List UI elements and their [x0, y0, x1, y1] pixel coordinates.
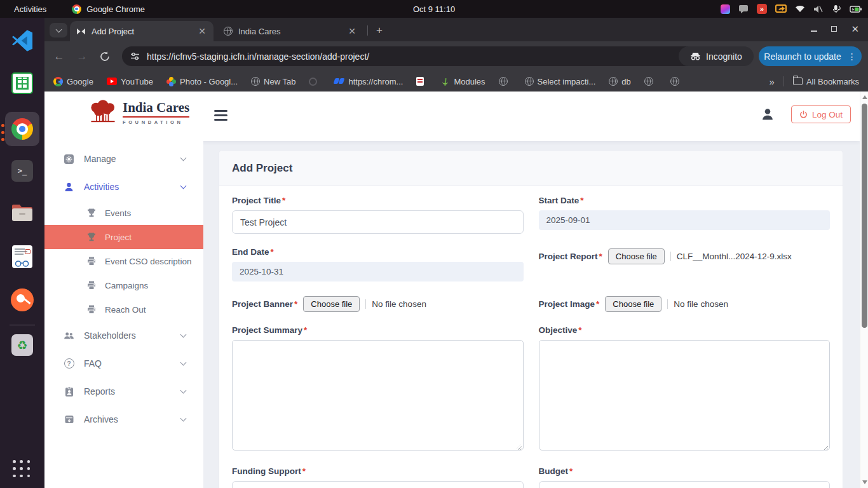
sidebar-item-manage[interactable]: Manage [44, 145, 203, 173]
bookmarks-bar: Google YouTube Photo - Googl... New Tab … [44, 71, 868, 92]
printer-icon [86, 304, 97, 315]
budget-input[interactable] [539, 481, 831, 488]
address-bar[interactable]: https://icfnv5-staging.icfn.in/manage-se… [122, 46, 717, 66]
bookmark-unnamed[interactable] [644, 77, 657, 86]
scroll-down-arrow-icon[interactable] [862, 480, 867, 484]
bookmark-bajaj[interactable] [416, 77, 428, 86]
document-viewer-launcher[interactable] [0, 245, 44, 268]
bookmark-new-tab[interactable]: New Tab [251, 77, 295, 86]
start-date-input[interactable] [539, 210, 831, 230]
page-scrollbar[interactable] [860, 92, 868, 488]
logout-button[interactable]: Log Out [791, 105, 851, 123]
close-tab-icon[interactable]: ✕ [347, 26, 357, 36]
chrome-icon [72, 4, 81, 14]
budget-group: Budget* [539, 466, 831, 488]
add-project-form: Project Title* Start Date* End Date* Pro… [219, 186, 843, 488]
archive-icon [64, 414, 74, 425]
main-content: Add Project Project Title* Start Date* E… [203, 141, 860, 488]
minimize-icon[interactable] [811, 30, 817, 32]
reload-button[interactable] [98, 50, 112, 64]
bookmark-unnamed[interactable] [309, 78, 321, 86]
bookmark-unnamed[interactable] [670, 77, 683, 86]
scrollbar-thumb[interactable] [862, 104, 867, 328]
wifi-icon [795, 5, 805, 13]
funding-support-group: Funding Support* [232, 466, 524, 488]
bookmark-modules[interactable]: Modules [441, 77, 485, 86]
tab-india-cares[interactable]: India Cares ✕ [217, 21, 363, 41]
banyan-tree-icon [88, 100, 118, 126]
sidebar-item-event-cso-description[interactable]: Event CSO description [44, 249, 203, 273]
tab-add-project[interactable]: Add Project ✕ [70, 21, 214, 41]
trash-launcher[interactable] [0, 334, 44, 356]
tab-search-button[interactable] [50, 23, 67, 37]
sidebar-item-label: Reports [84, 386, 115, 396]
chrome-launcher[interactable] [0, 118, 44, 140]
bookmark-youtube[interactable]: YouTube [107, 77, 153, 86]
project-report-filename: CLF__Monthl...2024-12-9.xlsx [670, 252, 792, 261]
project-banner-filename: No file chosen [365, 299, 426, 309]
libreoffice-calc-launcher[interactable] [0, 72, 44, 94]
clock[interactable]: Oct 9 11:10 [413, 0, 455, 18]
end-date-input[interactable] [232, 262, 524, 281]
system-tray[interactable] [721, 0, 862, 18]
sidebar-item-reports[interactable]: Reports [44, 377, 203, 405]
project-title-input[interactable] [232, 210, 524, 234]
files-launcher[interactable] [0, 203, 44, 222]
bookmark-photos[interactable]: Photo - Googl... [166, 77, 238, 86]
maximize-icon[interactable] [831, 26, 837, 32]
scroll-up-arrow-icon[interactable] [862, 95, 867, 99]
close-window-icon[interactable]: ✕ [851, 24, 859, 34]
sidebar-item-faq[interactable]: FAQ [44, 349, 203, 377]
bookmark-chrome-link[interactable]: https://chrom... [334, 77, 403, 86]
sidebar-item-events[interactable]: Events [44, 201, 203, 225]
forward-button[interactable]: → [75, 50, 89, 64]
sidebar-item-reach-out[interactable]: Reach Out [44, 297, 203, 322]
project-banner-choose-file-button[interactable]: Choose file [303, 296, 360, 312]
start-date-group: Start Date* [539, 196, 831, 234]
objective-label: Objective* [539, 325, 831, 335]
india-cares-logo[interactable]: India Cares Foundation [88, 100, 189, 126]
browser-menu-icon[interactable]: ⋮ [848, 51, 857, 62]
project-title-group: Project Title* [232, 196, 524, 234]
all-bookmarks-button[interactable]: All Bookmarks [793, 77, 859, 86]
bookmark-db[interactable]: db [609, 77, 630, 86]
sidebar-toggle-button[interactable] [214, 110, 227, 121]
funding-support-input[interactable] [232, 481, 524, 488]
close-tab-icon[interactable]: ✕ [197, 26, 207, 36]
postman-launcher[interactable] [0, 288, 44, 311]
project-image-choose-file-button[interactable]: Choose file [605, 296, 661, 312]
volume-muted-icon [813, 5, 824, 13]
bajaj-favicon [416, 77, 424, 86]
terminal-launcher[interactable] [0, 160, 44, 182]
sidebar-item-stakeholders[interactable]: Stakeholders [44, 322, 203, 349]
project-report-choose-file-button[interactable]: Choose file [608, 248, 665, 264]
bookmark-google[interactable]: Google [53, 77, 93, 86]
project-banner-label: Project Banner* [232, 299, 297, 309]
sidebar-item-project[interactable]: Project [44, 225, 203, 249]
site-settings-icon[interactable] [130, 51, 140, 62]
user-avatar-icon[interactable] [761, 107, 775, 121]
sidebar-item-archives[interactable]: Archives [44, 405, 203, 433]
youtube-icon [107, 78, 117, 85]
sidebar-item-activities[interactable]: Activities [44, 173, 203, 201]
objective-textarea[interactable] [539, 340, 831, 451]
trophy-icon [86, 208, 97, 219]
active-app-menu[interactable]: Google Chrome [72, 4, 145, 14]
bookmarks-overflow-button[interactable]: » [770, 76, 775, 87]
vscode-launcher[interactable] [0, 29, 44, 52]
bookmark-unnamed[interactable] [499, 77, 512, 86]
project-summary-textarea[interactable] [232, 340, 524, 451]
show-applications-button[interactable] [13, 460, 32, 479]
new-tab-button[interactable]: + [376, 24, 383, 37]
bookmark-select-impact[interactable]: Select impacti... [525, 77, 596, 86]
window-controls: ✕ [811, 24, 859, 34]
logo-subtitle: Foundation [123, 119, 189, 125]
browser-chrome: Add Project ✕ India Cares ✕ + ✕ ← → http… [44, 18, 868, 92]
budget-label: Budget* [539, 466, 831, 476]
google-photos-icon [166, 77, 176, 86]
activities-button[interactable]: Activities [14, 4, 46, 14]
relaunch-to-update-button[interactable]: Relaunch to update ⋮ [759, 46, 862, 66]
site-navbar: India Cares Foundation Log Out [44, 92, 860, 141]
back-button[interactable]: ← [52, 50, 66, 64]
sidebar-item-campaigns[interactable]: Campaigns [44, 273, 203, 297]
